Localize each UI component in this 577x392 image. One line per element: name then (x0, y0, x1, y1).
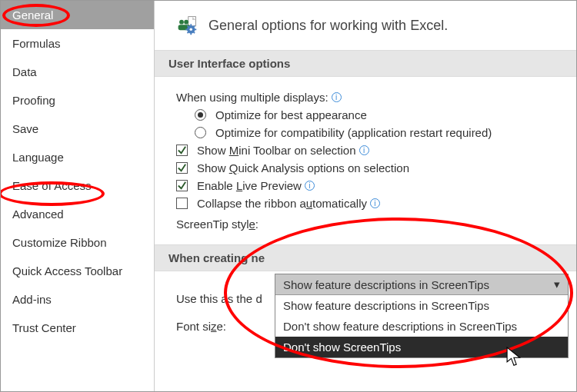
sidebar-item-proofing[interactable]: Proofing (1, 86, 154, 115)
sidebar-item-language[interactable]: Language (1, 143, 154, 171)
radio-optimize-compat[interactable] (195, 127, 206, 138)
radio-optimize-best[interactable] (195, 109, 206, 121)
sidebar-item-formulas[interactable]: Formulas (1, 29, 154, 58)
svg-point-1 (179, 20, 184, 25)
sidebar-item-data[interactable]: Data (1, 58, 154, 86)
checkbox-collapse-ribbon-label: Collapse the ribbon automatically (197, 197, 367, 210)
screentip-selected-value: Show feature descriptions in ScreenTips (283, 278, 489, 291)
info-icon[interactable]: i (305, 181, 315, 191)
page-title: General options for working with Excel. (208, 18, 448, 34)
screentip-option-show-descriptions[interactable]: Show feature descriptions in ScreenTips (275, 295, 568, 316)
sidebar-item-add-ins[interactable]: Add-ins (1, 285, 154, 314)
checkbox-live-preview-label: Enable Live Preview (197, 179, 302, 192)
sidebar-item-general[interactable]: General (1, 1, 154, 29)
options-sidebar: General Formulas Data Proofing Save Lang… (1, 1, 155, 391)
sidebar-item-customize-ribbon[interactable]: Customize Ribbon (1, 228, 154, 257)
svg-point-5 (190, 28, 193, 32)
general-options-icon (176, 15, 198, 36)
checkbox-quick-analysis-label: Show Quick Analysis options on selection (197, 161, 409, 174)
checkbox-quick-analysis[interactable] (176, 162, 188, 174)
sidebar-item-quick-access-toolbar[interactable]: Quick Access Toolbar (1, 257, 154, 285)
sidebar-item-save[interactable]: Save (1, 115, 154, 143)
svg-rect-0 (188, 17, 196, 26)
screentip-style-dropdown[interactable]: Show feature descriptions in ScreenTips … (275, 274, 569, 358)
screentip-style-label: ScreenTip style: (176, 218, 330, 231)
checkbox-collapse-ribbon[interactable] (176, 198, 188, 209)
checkbox-mini-toolbar-label: Show Mini Toolbar on selection (197, 144, 356, 157)
chevron-down-icon: ▾ (554, 277, 560, 291)
sidebar-item-advanced[interactable]: Advanced (1, 200, 154, 228)
screentip-option-dont-show[interactable]: Don't show ScreenTips (275, 337, 568, 357)
info-icon[interactable]: i (370, 198, 380, 208)
radio-optimize-best-label: Optimize for best appearance (215, 108, 367, 121)
checkbox-live-preview[interactable] (176, 180, 188, 191)
multiple-displays-label: When using multiple displays: (176, 91, 329, 104)
checkbox-mini-toolbar[interactable] (176, 145, 188, 156)
sidebar-item-trust-center[interactable]: Trust Center (1, 314, 154, 342)
radio-optimize-compat-label: Optimize for compatibility (application … (215, 126, 492, 139)
info-icon[interactable]: i (359, 145, 369, 155)
section-ui-options: User Interface options (155, 50, 576, 77)
svg-point-2 (184, 20, 188, 25)
screentip-option-no-descriptions[interactable]: Don't show feature descriptions in Scree… (275, 316, 568, 337)
info-icon[interactable]: i (332, 92, 342, 102)
section-workbooks: When creating ne (155, 244, 576, 271)
sidebar-item-ease-of-access[interactable]: Ease of Access (1, 171, 154, 200)
